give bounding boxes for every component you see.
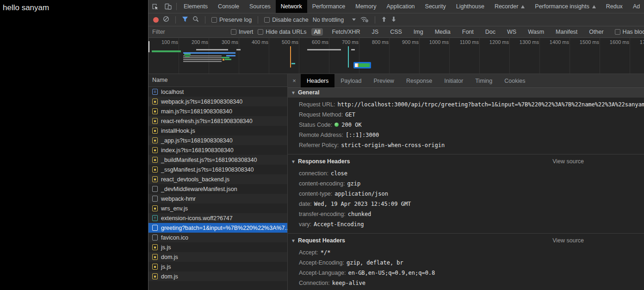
timeline-tick-label: 1500 ms xyxy=(572,39,599,45)
timeline-tick-label: 600 ms xyxy=(302,39,328,45)
table-row[interactable]: dom.js xyxy=(149,252,287,262)
details-tab[interactable]: Response xyxy=(400,74,438,87)
name-column-header[interactable]: Name xyxy=(149,74,287,87)
request-name: _buildManifest.js?ts=1681908308340 xyxy=(161,157,257,163)
table-row[interactable]: js.js xyxy=(149,262,287,271)
devtools-tab[interactable]: Security xyxy=(420,0,451,13)
details-tab[interactable]: Cookies xyxy=(498,74,531,87)
network-conditions-icon[interactable] xyxy=(360,16,369,24)
table-row[interactable]: _buildManifest.js?ts=1681908308340 xyxy=(149,155,287,165)
devtools-tab[interactable]: Memory xyxy=(350,0,381,13)
devtools-tab[interactable]: Ad xyxy=(628,0,644,13)
table-row[interactable]: _app.js?ts=1681908308340 xyxy=(149,136,287,145)
table-row[interactable]: webpack-hmr xyxy=(149,194,287,204)
invert-label: Invert xyxy=(239,29,253,35)
table-row[interactable]: react_devtools_backend.js xyxy=(149,174,287,184)
resource-type-filter[interactable]: Wasm xyxy=(525,28,547,36)
invert-checkbox[interactable] xyxy=(231,29,236,35)
has-blocked-cookies-toggle[interactable]: Has blocked cookies xyxy=(615,29,644,35)
import-har-icon[interactable] xyxy=(381,16,387,24)
resource-type-filter[interactable]: WS xyxy=(504,28,519,36)
preserve-log-toggle[interactable]: Preserve log xyxy=(211,17,252,23)
details-tab[interactable]: Payload xyxy=(334,74,367,87)
resource-type-filter[interactable]: Doc xyxy=(483,28,498,36)
devtools-tab[interactable]: Performance insights xyxy=(530,0,601,13)
resource-type-filter[interactable]: Img xyxy=(411,28,426,36)
resource-type-filter[interactable]: CSS xyxy=(387,28,405,36)
clear-network-log-icon[interactable] xyxy=(163,16,169,24)
table-row[interactable]: extension-icons.woff2?6747 xyxy=(149,213,287,223)
resource-type-filter[interactable]: Media xyxy=(432,28,453,36)
devtools-tab[interactable]: Sources xyxy=(244,0,276,13)
throttling-dropdown[interactable]: No throttling xyxy=(313,17,356,23)
table-row[interactable]: index.js?ts=1681908308340 xyxy=(149,145,287,155)
table-row[interactable]: installHook.js xyxy=(149,126,287,136)
filter-funnel-icon[interactable] xyxy=(182,16,188,24)
header-key: Accept: xyxy=(299,249,318,256)
devtools-tab[interactable]: Performance xyxy=(307,0,351,13)
details-tab[interactable]: Initiator xyxy=(438,74,469,87)
resource-type-filter[interactable]: Font xyxy=(459,28,477,36)
devtools-tab[interactable]: Application xyxy=(381,0,420,13)
devtools-tab[interactable]: Redux xyxy=(601,0,628,13)
close-icon[interactable]: × xyxy=(288,74,301,87)
view-source-link[interactable]: View source xyxy=(552,157,584,167)
file-type-icon xyxy=(152,196,158,202)
table-row[interactable]: react-refresh.js?ts=1681908308340 xyxy=(149,116,287,126)
details-tab[interactable]: Preview xyxy=(367,74,400,87)
waterfall-bar xyxy=(236,49,241,50)
export-har-icon[interactable] xyxy=(391,16,396,24)
devtools-tab[interactable]: Recorder xyxy=(489,0,530,13)
header-value: close xyxy=(331,170,347,177)
request-name: webpack-hmr xyxy=(161,196,196,202)
timeline-overview[interactable]: 100 ms200 ms300 ms400 ms500 ms600 ms700 … xyxy=(149,38,644,74)
has-blocked-cookies-checkbox[interactable] xyxy=(615,29,620,35)
table-row[interactable]: dom.js xyxy=(149,271,287,281)
resource-type-filter[interactable]: Other xyxy=(586,28,606,36)
header-key: Request URL: xyxy=(299,101,335,108)
header-row: content-type:application/json xyxy=(288,288,644,290)
header-row: Referrer Policy:strict-origin-when-cross… xyxy=(288,140,644,150)
details-tab[interactable]: Timing xyxy=(469,74,498,87)
disable-cache-toggle[interactable]: Disable cache xyxy=(264,17,309,23)
search-icon[interactable] xyxy=(192,16,199,24)
preserve-log-checkbox[interactable] xyxy=(211,17,217,23)
view-source-link[interactable]: View source xyxy=(552,236,584,246)
inspect-element-icon[interactable] xyxy=(149,0,161,13)
devtools-tab[interactable]: Elements xyxy=(179,0,213,13)
record-network-log-button[interactable] xyxy=(153,17,159,23)
disable-cache-checkbox[interactable] xyxy=(264,17,270,23)
table-row[interactable]: js.js xyxy=(149,242,287,252)
devtools-tab[interactable]: Lighthouse xyxy=(451,0,489,13)
table-row[interactable]: wrs_env.js xyxy=(149,204,287,213)
resource-type-filter[interactable]: Fetch/XHR xyxy=(329,28,363,36)
general-section-header[interactable]: ▼General xyxy=(288,88,644,98)
filter-input[interactable] xyxy=(152,29,226,35)
hide-data-urls-toggle[interactable]: Hide data URLs xyxy=(258,29,306,35)
resource-type-filter[interactable]: JS xyxy=(369,28,382,36)
invert-toggle[interactable]: Invert xyxy=(231,29,253,35)
header-row: Accept-Encoding:gzip, deflate, br xyxy=(288,258,644,268)
table-row[interactable]: _ssgManifest.js?ts=1681908308340 xyxy=(149,165,287,174)
devtools-tab[interactable]: Console xyxy=(213,0,244,13)
table-row[interactable]: favicon.ico xyxy=(149,233,287,242)
waterfall-bar xyxy=(152,50,181,52)
device-toolbar-icon[interactable] xyxy=(161,0,174,13)
table-row[interactable]: main.js?ts=1681908308340 xyxy=(149,106,287,116)
resource-type-filter[interactable]: Manifest xyxy=(553,28,580,36)
timeline-tick-label: 300 ms xyxy=(211,39,238,45)
table-row[interactable]: webpack.js?ts=1681908308340 xyxy=(149,97,287,106)
general-rows: Request URL:http://localhost:3000/api/tr… xyxy=(288,98,644,154)
request-headers-section-header[interactable]: ▼Request Headers View source xyxy=(288,236,644,246)
overview-handle[interactable] xyxy=(149,41,149,52)
resource-type-filter[interactable]: All xyxy=(311,28,323,36)
devtools-tab[interactable]: Network xyxy=(276,0,307,13)
request-name: _app.js?ts=1681908308340 xyxy=(161,137,233,144)
response-headers-section-header[interactable]: ▼Response Headers View source xyxy=(288,157,644,167)
hide-data-urls-checkbox[interactable] xyxy=(258,29,263,35)
timeline-tick-label: 100 ms xyxy=(151,39,178,45)
table-row[interactable]: localhost xyxy=(149,87,287,97)
details-tab[interactable]: Headers xyxy=(301,74,334,87)
table-row[interactable]: _devMiddlewareManifest.json xyxy=(149,184,287,194)
table-row[interactable]: greeting?batch=1&input=%7B%220%22%3A%7..… xyxy=(149,223,287,233)
